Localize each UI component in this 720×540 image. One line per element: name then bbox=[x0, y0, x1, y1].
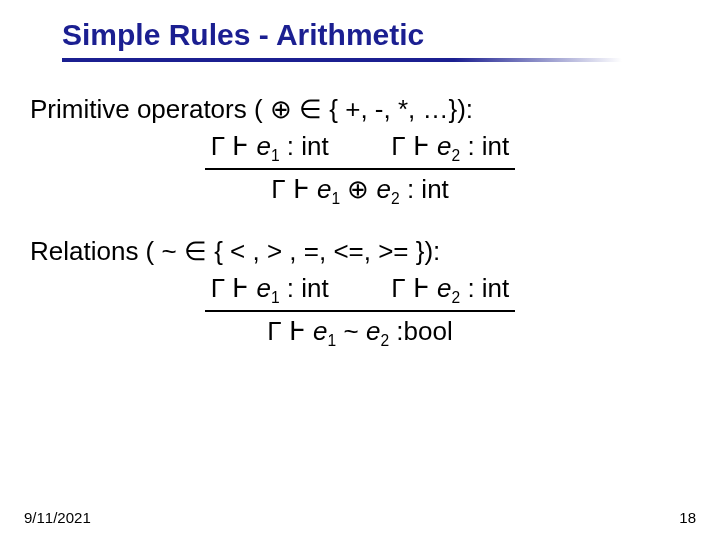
section1-heading: Primitive operators ( ⊕ ∈ { +, -, *, …})… bbox=[30, 92, 690, 127]
subscript: 1 bbox=[271, 147, 280, 164]
rule2-conclusion: Γ Ⱶ e1 ~ e2 :bool bbox=[30, 314, 690, 351]
text: Γ Ⱶ bbox=[211, 273, 257, 303]
var-e: e bbox=[317, 174, 331, 204]
operator: ~ bbox=[336, 316, 366, 346]
footer-date: 9/11/2021 bbox=[24, 509, 91, 526]
slide-body: Primitive operators ( ⊕ ∈ { +, -, *, …})… bbox=[0, 62, 720, 351]
var-e: e bbox=[313, 316, 327, 346]
text: : int bbox=[400, 174, 449, 204]
text: :bool bbox=[389, 316, 453, 346]
subscript: 1 bbox=[331, 191, 340, 208]
operator: ⊕ bbox=[340, 174, 376, 204]
section2-heading: Relations ( ~ ∈ { < , > , =, <=, >= }): bbox=[30, 234, 690, 269]
footer: 9/11/2021 18 bbox=[24, 509, 696, 526]
rule1-prem1: Γ Ⱶ e1 : int bbox=[211, 131, 336, 161]
var-e: e bbox=[256, 131, 270, 161]
text: : int bbox=[280, 273, 329, 303]
var-e: e bbox=[366, 316, 380, 346]
subscript: 2 bbox=[451, 289, 460, 306]
subscript: 1 bbox=[271, 289, 280, 306]
footer-page-number: 18 bbox=[679, 509, 696, 526]
rule1-premises: Γ Ⱶ e1 : int Γ Ⱶ e2 : int bbox=[30, 129, 690, 170]
var-e: e bbox=[437, 273, 451, 303]
rule1-conclusion: Γ Ⱶ e1 ⊕ e2 : int bbox=[30, 172, 690, 209]
text: Γ Ⱶ bbox=[271, 174, 317, 204]
subscript: 1 bbox=[328, 332, 337, 349]
text: Γ Ⱶ bbox=[211, 131, 257, 161]
rule2-premises: Γ Ⱶ e1 : int Γ Ⱶ e2 : int bbox=[30, 271, 690, 312]
text: Γ Ⱶ bbox=[267, 316, 313, 346]
var-e: e bbox=[437, 131, 451, 161]
var-e: e bbox=[377, 174, 391, 204]
text: : int bbox=[460, 273, 509, 303]
title-area: Simple Rules - Arithmetic bbox=[0, 0, 720, 62]
text: : int bbox=[460, 131, 509, 161]
var-e: e bbox=[256, 273, 270, 303]
rule2-prem2: Γ Ⱶ e2 : int bbox=[391, 273, 509, 303]
slide-title: Simple Rules - Arithmetic bbox=[62, 18, 720, 52]
text: Γ Ⱶ bbox=[391, 131, 437, 161]
text: Γ Ⱶ bbox=[391, 273, 437, 303]
rule2-prem1: Γ Ⱶ e1 : int bbox=[211, 273, 336, 303]
text: : int bbox=[280, 131, 329, 161]
subscript: 2 bbox=[391, 191, 400, 208]
subscript: 2 bbox=[380, 332, 389, 349]
subscript: 2 bbox=[451, 147, 460, 164]
section-gap bbox=[30, 210, 690, 228]
rule1-prem2: Γ Ⱶ e2 : int bbox=[391, 131, 509, 161]
